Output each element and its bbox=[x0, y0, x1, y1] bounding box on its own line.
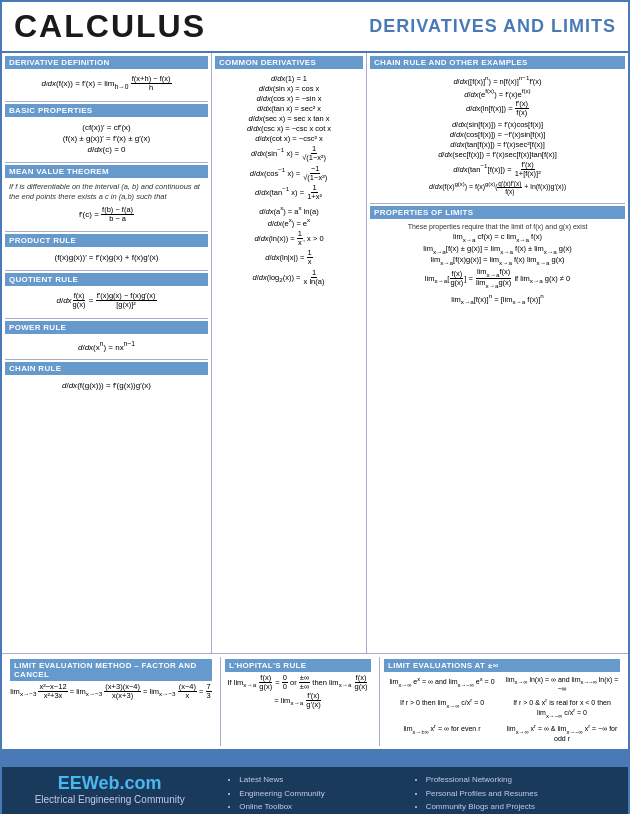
left-column: DERIVATIVE DEFINITION d/dx(f(x)) = f′(x)… bbox=[2, 53, 212, 653]
page-subtitle: DERIVATIVES AND LIMITS bbox=[369, 16, 616, 37]
section-header-limit-evals: LIMIT EVALUATIONS AT ±∞ bbox=[384, 659, 620, 672]
basic-props-content: (cf(x))′ = cf′(x) (f(x) ± g(x))′ = f′(x)… bbox=[5, 119, 208, 158]
power-rule-content: d/dx(xn) = nxn−1 bbox=[5, 336, 208, 356]
footer-link-community[interactable]: Engineering Community bbox=[239, 787, 397, 801]
footer-link-networking[interactable]: Professional Networking bbox=[426, 773, 618, 787]
chain-examples-content: d/dx([f(x)]n) = n[f(x)]n−1f′(x) d/dx(ef(… bbox=[370, 71, 625, 199]
mid-column: COMMON DERIVATIVES d/dx(1) = 1 d/dx(sin … bbox=[212, 53, 367, 653]
footer-link-news[interactable]: Latest News bbox=[239, 773, 397, 787]
section-header-prop-limits: PROPERTIES OF LIMITS bbox=[370, 206, 625, 219]
footer-band: - bbox=[2, 749, 628, 767]
footer-links-col2: Professional Networking Personal Profile… bbox=[414, 773, 618, 814]
footer-link-toolbox[interactable]: Online Toolbox bbox=[239, 800, 397, 814]
section-header-common-deriv: COMMON DERIVATIVES bbox=[215, 56, 363, 69]
footer-center: EEWeb.com Electrical Engineering Communi… bbox=[12, 773, 207, 805]
product-rule-content: (f(x)g(x))′ = f′(x)g(x) + f(x)g′(x) bbox=[5, 249, 208, 266]
page-title: CALCULUS bbox=[14, 8, 206, 45]
mvt-content: If f is differentiable on the interval (… bbox=[5, 180, 208, 228]
section-header-basic: BASIC PROPERTIES bbox=[5, 104, 208, 117]
section-header-lhopital: L'HOPITAL'S RULE bbox=[225, 659, 371, 672]
site-tagline: Electrical Engineering Community bbox=[12, 794, 207, 805]
section-header-chain: CHAIN RULE bbox=[5, 362, 208, 375]
right-column: CHAIN RULE AND OTHER EXAMPLES d/dx([f(x)… bbox=[367, 53, 628, 653]
section-header-mvt: MEAN VALUE THEOREM bbox=[5, 165, 208, 178]
page-header: CALCULUS DERIVATIVES AND LIMITS bbox=[2, 2, 628, 53]
section-header-product: PRODUCT RULE bbox=[5, 234, 208, 247]
section-header-chain-examples: CHAIN RULE AND OTHER EXAMPLES bbox=[370, 56, 625, 69]
section-header-power: POWER RULE bbox=[5, 321, 208, 334]
limit-eval-section: LIMIT EVALUATION METHOD – FACTOR AND CAN… bbox=[2, 653, 628, 749]
section-header-derivative-def: DERIVATIVE DEFINITION bbox=[5, 56, 208, 69]
section-header-quotient: QUOTIENT RULE bbox=[5, 273, 208, 286]
footer-link-blogs[interactable]: Community Blogs and Projects bbox=[426, 800, 618, 814]
derivative-def-formula: d/dx(f(x)) = f′(x) = limh→0 f(x+h) − f(x… bbox=[9, 75, 204, 93]
chain-rule-content: d/dx(f(g(x))) = f′(g(x))g′(x) bbox=[5, 377, 208, 394]
common-deriv-content: d/dx(1) = 1 d/dx(sin x) = cos x d/dx(cos… bbox=[215, 71, 363, 290]
prop-limits-content: These properties require that the limit … bbox=[370, 221, 625, 307]
footer-links-col1: Latest News Engineering Community Online… bbox=[227, 773, 397, 814]
quotient-rule-content: d/dxf(x)g(x) = f′(x)g(x) − f(x)g′(x)[g(x… bbox=[5, 288, 208, 314]
footer-link-profiles[interactable]: Personal Profiles and Resumes bbox=[426, 787, 618, 801]
site-name: EEWeb.com bbox=[12, 773, 207, 794]
footer-main: EEWeb.com Electrical Engineering Communi… bbox=[2, 767, 628, 814]
main-content: DERIVATIVE DEFINITION d/dx(f(x)) = f′(x)… bbox=[2, 53, 628, 653]
derivative-def-content: d/dx(f(x)) = f′(x) = limh→0 f(x+h) − f(x… bbox=[5, 71, 208, 97]
section-header-limit-eval: LIMIT EVALUATION METHOD – FACTOR AND CAN… bbox=[10, 659, 212, 681]
